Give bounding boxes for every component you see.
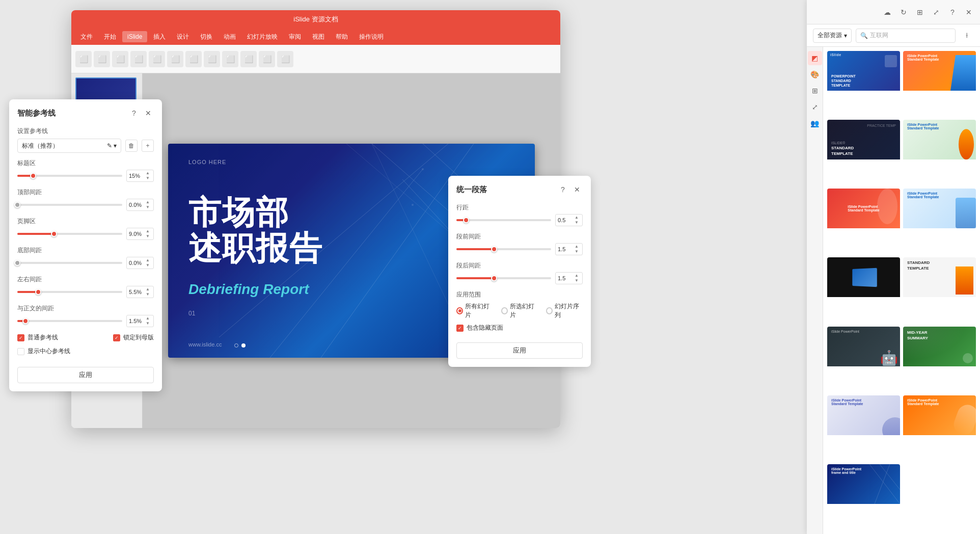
- menu-file[interactable]: 文件: [75, 31, 98, 43]
- footer-area-track[interactable]: [17, 233, 122, 235]
- template-card-12[interactable]: iSlide PowerPointStandard Template: [903, 395, 976, 461]
- cloud-icon[interactable]: ☁: [882, 7, 892, 17]
- template-card-13[interactable]: iSlide PowerPointframe and title: [827, 464, 900, 530]
- footer-area-up[interactable]: ▲: [144, 229, 151, 234]
- template-card-3[interactable]: ISLIDE® STANDARDTEMPLATE PRACTICE TEMP: [827, 120, 900, 185]
- line-spacing-control: 0.5 ▲ ▼: [456, 214, 583, 226]
- show-center-checkbox[interactable]: [17, 348, 24, 355]
- delete-guide-btn[interactable]: 🗑: [125, 140, 138, 152]
- lr-spacing-control: 5.5% ▲ ▼: [17, 286, 154, 298]
- menu-help[interactable]: 帮助: [331, 31, 353, 43]
- body-spacing-up[interactable]: ▲: [144, 316, 151, 321]
- para-after-down[interactable]: ▼: [573, 278, 580, 283]
- help-icon[interactable]: ?: [128, 108, 140, 119]
- template-card-8[interactable]: STANDARDTEMPLATE: [903, 257, 976, 323]
- include-hidden-checkbox[interactable]: ✓: [456, 325, 464, 332]
- sidebar-tool-share2[interactable]: ⤢: [808, 100, 822, 114]
- body-spacing-track[interactable]: [17, 320, 122, 322]
- dot-2[interactable]: [241, 343, 246, 348]
- question-icon[interactable]: ?: [947, 7, 958, 17]
- line-spacing-track[interactable]: [456, 219, 551, 221]
- resource-dropdown[interactable]: 全部资源 ▾: [813, 29, 852, 43]
- footer-area-down[interactable]: ▼: [144, 234, 151, 239]
- title-area-up[interactable]: ▲: [144, 171, 151, 176]
- sidebar-tool-layout[interactable]: ⊞: [808, 84, 822, 98]
- radio-selected-slides[interactable]: 所选幻灯片: [501, 302, 538, 319]
- template-card-7[interactable]: [827, 257, 900, 323]
- bottom-spacing-up[interactable]: ▲: [144, 258, 151, 263]
- set-guide-label: 设置参考线: [17, 127, 154, 136]
- search-box[interactable]: 🔍 互联网: [856, 29, 956, 43]
- radio-all-slides[interactable]: 所有幻灯片: [456, 302, 493, 319]
- lr-spacing-track[interactable]: [17, 291, 122, 293]
- lr-spacing-up[interactable]: ▲: [144, 287, 151, 292]
- toolbar-btn-8[interactable]: ⬜: [204, 51, 220, 67]
- smart-guide-panel: 智能参考线 ? ✕ 设置参考线 标准（推荐） ✎ ▾ 🗑 + 标题区 15%: [9, 99, 162, 391]
- template-card-6[interactable]: iSlide PowerPointStandard Template: [903, 189, 976, 254]
- close-icon[interactable]: ✕: [143, 108, 154, 119]
- toolbar-btn-7[interactable]: ⬜: [185, 51, 202, 67]
- menu-operations[interactable]: 操作说明: [354, 31, 389, 43]
- toolbar-btn-11[interactable]: ⬜: [259, 51, 275, 67]
- sidebar-tool-color[interactable]: 🎨: [808, 67, 822, 82]
- menu-view[interactable]: 视图: [307, 31, 330, 43]
- menu-review[interactable]: 审阅: [284, 31, 306, 43]
- normal-guide-checkbox[interactable]: ✓: [17, 334, 24, 341]
- menu-slideshow[interactable]: 幻灯片放映: [242, 31, 283, 43]
- template-card-9[interactable]: 🤖 iSlide PowerPoint: [827, 327, 900, 392]
- toolbar-btn-12[interactable]: ⬜: [277, 51, 293, 67]
- template-card-10[interactable]: MID-YEARSUMMARY: [903, 327, 976, 392]
- lock-master-checkbox[interactable]: ✓: [113, 334, 120, 341]
- para-before-track[interactable]: [456, 248, 551, 250]
- lr-spacing-down[interactable]: ▼: [144, 292, 151, 297]
- share-icon[interactable]: ⤢: [931, 7, 941, 17]
- para-before-up[interactable]: ▲: [573, 244, 580, 249]
- sidebar-tool-social[interactable]: 👥: [808, 116, 822, 130]
- grid-icon[interactable]: ⊞: [915, 7, 925, 17]
- template-card-4[interactable]: iSlide PowerPointStandard Template: [903, 120, 976, 185]
- para-after-up[interactable]: ▲: [573, 273, 580, 278]
- smart-guide-apply-btn[interactable]: 应用: [17, 367, 154, 383]
- bottom-spacing-down[interactable]: ▼: [144, 263, 151, 268]
- template-card-5[interactable]: iSlide PowerPointStandard Template: [827, 189, 900, 254]
- toolbar-btn-6[interactable]: ⬜: [167, 51, 183, 67]
- bottom-spacing-track[interactable]: [17, 262, 122, 264]
- line-spacing-down[interactable]: ▼: [573, 220, 580, 225]
- top-spacing-up[interactable]: ▲: [144, 200, 151, 205]
- radio-slide-sequence[interactable]: 幻灯片序列: [546, 302, 583, 319]
- menu-transition[interactable]: 切换: [195, 31, 217, 43]
- title-area-track[interactable]: [17, 175, 122, 177]
- top-spacing-down[interactable]: ▼: [144, 205, 151, 210]
- unified-para-apply-btn[interactable]: 应用: [456, 342, 583, 359]
- toolbar-btn-3[interactable]: ⬜: [112, 51, 128, 67]
- add-guide-btn[interactable]: +: [142, 140, 154, 152]
- para-after-track[interactable]: [456, 277, 551, 279]
- toolbar-btn-9[interactable]: ⬜: [222, 51, 238, 67]
- toolbar-btn-1[interactable]: ⬜: [75, 51, 92, 67]
- panel-close-icon[interactable]: ✕: [964, 7, 974, 17]
- toolbar-btn-2[interactable]: ⬜: [94, 51, 110, 67]
- menu-animation[interactable]: 动画: [219, 31, 241, 43]
- unified-help-icon[interactable]: ?: [557, 184, 568, 195]
- template-card-1[interactable]: iSlide POWERPOINTSTANDARDTEMPLATE: [827, 51, 900, 117]
- toolbar-btn-10[interactable]: ⬜: [240, 51, 257, 67]
- para-before-down[interactable]: ▼: [573, 249, 580, 254]
- top-spacing-track[interactable]: [17, 204, 122, 206]
- menu-insert[interactable]: 插入: [148, 31, 171, 43]
- refresh-icon[interactable]: ↻: [899, 7, 909, 17]
- template-card-11[interactable]: iSlide PowerPointStandard Template: [827, 395, 900, 461]
- template-card-2[interactable]: iSlide PowerPointStandard Template: [903, 51, 976, 117]
- body-spacing-down[interactable]: ▼: [144, 321, 151, 326]
- toolbar-btn-5[interactable]: ⬜: [149, 51, 165, 67]
- line-spacing-up[interactable]: ▲: [573, 215, 580, 220]
- preset-select[interactable]: 标准（推荐） ✎ ▾: [17, 139, 121, 153]
- sidebar-tool-resources[interactable]: ◩: [808, 51, 822, 65]
- dot-1[interactable]: [234, 343, 238, 348]
- filter-icon[interactable]: ⫲: [960, 29, 974, 43]
- menu-design[interactable]: 设计: [172, 31, 194, 43]
- toolbar-btn-4[interactable]: ⬜: [130, 51, 147, 67]
- title-area-down[interactable]: ▼: [144, 176, 151, 181]
- menu-islide[interactable]: iSlide: [122, 31, 147, 42]
- menu-start[interactable]: 开始: [99, 31, 121, 43]
- unified-close-icon[interactable]: ✕: [571, 184, 583, 195]
